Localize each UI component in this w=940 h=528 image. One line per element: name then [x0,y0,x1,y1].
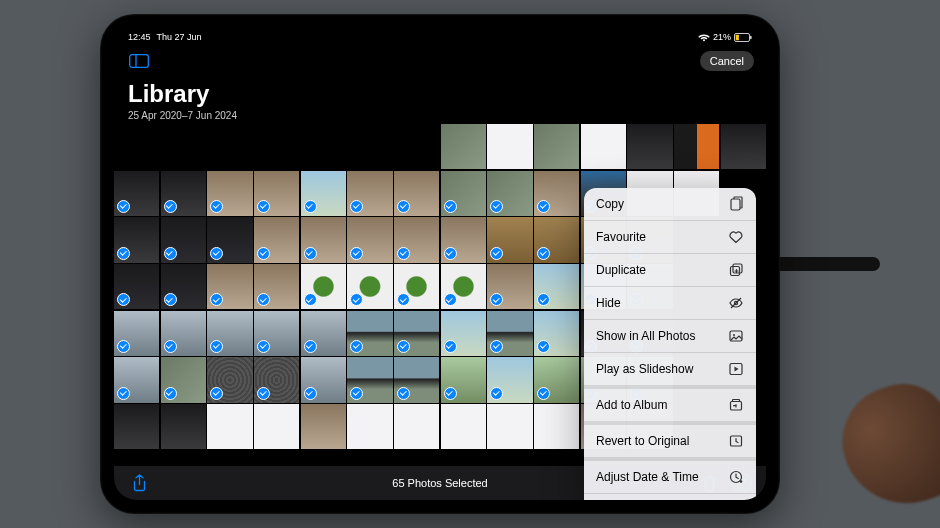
menu-item-adjust-date-time[interactable]: Adjust Date & Time [584,461,756,494]
selected-checkmark-icon [537,247,550,260]
photo-thumbnail[interactable] [674,124,719,169]
photo-thumbnail[interactable] [721,124,766,169]
menu-item-label: Hide [596,296,621,310]
photo-thumbnail[interactable] [347,217,392,262]
photo-thumbnail[interactable] [534,311,579,356]
photo-thumbnail[interactable] [207,311,252,356]
selected-checkmark-icon [397,200,410,213]
photo-thumbnail[interactable] [254,404,299,449]
menu-item-play-as-slideshow[interactable]: Play as Slideshow [584,353,756,389]
menu-item-label: Play as Slideshow [596,362,693,376]
photo-thumbnail[interactable] [394,171,439,216]
photo-thumbnail[interactable] [347,264,392,309]
photo-thumbnail[interactable] [441,357,486,402]
photo-thumbnail[interactable] [394,357,439,402]
photo-thumbnail[interactable] [394,404,439,449]
photo-thumbnail[interactable] [161,171,206,216]
photo-thumbnail[interactable] [441,124,486,169]
wifi-icon [698,33,710,42]
photo-thumbnail[interactable] [114,357,159,402]
photo-thumbnail[interactable] [254,171,299,216]
sidebar-toggle-button[interactable] [126,51,152,71]
photo-thumbnail[interactable] [487,217,532,262]
photo-thumbnail[interactable] [487,357,532,402]
photo-thumbnail[interactable] [301,171,346,216]
photo-thumbnail[interactable] [441,264,486,309]
photo-thumbnail[interactable] [301,404,346,449]
menu-item-add-to-album[interactable]: Add to Album [584,389,756,425]
photo-thumbnail[interactable] [487,404,532,449]
menu-item-duplicate[interactable]: Duplicate [584,254,756,287]
photo-thumbnail[interactable] [487,264,532,309]
menu-item-favourite[interactable]: Favourite [584,221,756,254]
photo-thumbnail[interactable] [161,404,206,449]
share-button[interactable] [128,472,150,494]
photo-thumbnail[interactable] [441,404,486,449]
photo-thumbnail[interactable] [161,357,206,402]
photo-thumbnail[interactable] [301,311,346,356]
photo-thumbnail[interactable] [347,171,392,216]
photo-thumbnail[interactable] [347,404,392,449]
photo-thumbnail[interactable] [207,264,252,309]
menu-item-show-in-all-photos[interactable]: Show in All Photos [584,320,756,353]
selected-checkmark-icon [304,247,317,260]
selected-checkmark-icon [397,340,410,353]
photo-thumbnail[interactable] [114,171,159,216]
eye-slash-icon [728,295,744,311]
photo-thumbnail[interactable] [161,311,206,356]
photo-thumbnail[interactable] [207,357,252,402]
photo-thumbnail[interactable] [161,217,206,262]
photo-thumbnail[interactable] [114,217,159,262]
photo-thumbnail[interactable] [114,311,159,356]
photo-thumbnail[interactable] [301,357,346,402]
photo-thumbnail[interactable] [161,264,206,309]
photo-thumbnail[interactable] [627,124,672,169]
photo-thumbnail[interactable] [441,217,486,262]
svg-point-11 [733,334,735,336]
menu-item-copy[interactable]: Copy [584,188,756,221]
photo-thumbnail[interactable] [254,357,299,402]
selected-checkmark-icon [444,247,457,260]
selected-checkmark-icon [444,200,457,213]
photo-thumbnail[interactable] [207,217,252,262]
photo-thumbnail[interactable] [254,311,299,356]
photo-thumbnail[interactable] [394,311,439,356]
photo-thumbnail[interactable] [487,171,532,216]
photo-thumbnail[interactable] [347,357,392,402]
photo-thumbnail[interactable] [254,217,299,262]
photo-thumbnail[interactable] [534,217,579,262]
photo-thumbnail[interactable] [534,404,579,449]
photo-thumbnail[interactable] [207,404,252,449]
photo-thumbnail[interactable] [301,264,346,309]
photo-thumbnail[interactable] [581,124,626,169]
menu-item-label: Duplicate [596,263,646,277]
screen: 12:45 Thu 27 Jun 21% Cancel Library 25 A… [114,28,766,500]
menu-item-revert-to-original[interactable]: Revert to Original [584,425,756,461]
photo-thumbnail[interactable] [394,264,439,309]
photo-thumbnail[interactable] [487,311,532,356]
photo-thumbnail[interactable] [301,217,346,262]
photo-thumbnail[interactable] [207,171,252,216]
selected-checkmark-icon [257,247,270,260]
photo-thumbnail[interactable] [534,357,579,402]
photo-thumbnail[interactable] [534,124,579,169]
photo-thumbnail[interactable] [254,264,299,309]
photo-thumbnail[interactable] [487,124,532,169]
photos-icon [728,328,744,344]
status-date: Thu 27 Jun [157,32,202,42]
selected-checkmark-icon [164,247,177,260]
photo-thumbnail[interactable] [534,171,579,216]
menu-item-adjust-location[interactable]: Adjust Location [584,494,756,500]
menu-item-hide[interactable]: Hide [584,287,756,320]
photo-thumbnail[interactable] [347,311,392,356]
photo-thumbnail[interactable] [114,264,159,309]
photo-thumbnail[interactable] [441,171,486,216]
photo-thumbnail[interactable] [534,264,579,309]
photo-thumbnail[interactable] [114,404,159,449]
photo-thumbnail[interactable] [394,217,439,262]
svg-rect-3 [130,55,149,68]
photo-thumbnail[interactable] [441,311,486,356]
title-block: Library 25 Apr 2020–7 Jun 2024 [128,80,237,121]
menu-item-label: Revert to Original [596,434,689,448]
cancel-button[interactable]: Cancel [700,51,754,71]
